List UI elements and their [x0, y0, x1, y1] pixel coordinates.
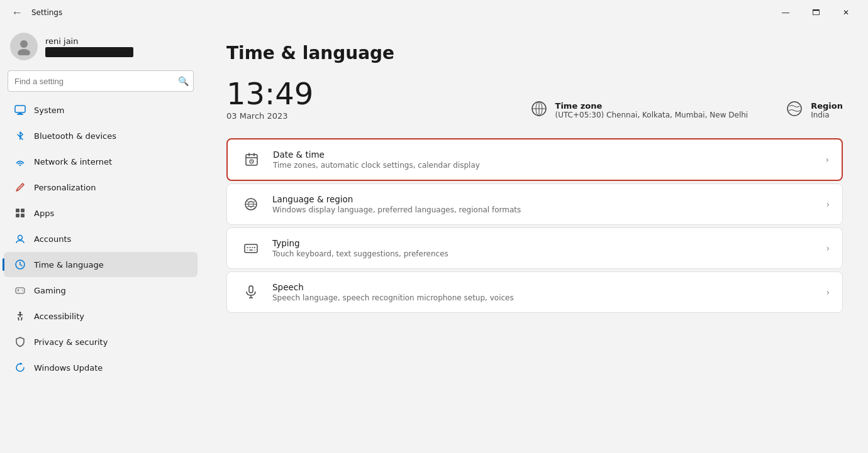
sidebar-label-accounts: Accounts [34, 234, 71, 244]
region-value: India [811, 111, 843, 119]
svg-rect-32 [245, 244, 257, 253]
minimize-button[interactable]: — [771, 4, 800, 21]
sidebar-label-bluetooth: Bluetooth & devices [34, 131, 116, 141]
personalization-icon [14, 181, 26, 194]
language-region-text: Language & region Windows display langua… [272, 194, 826, 214]
card-language-region[interactable]: Language & region Windows display langua… [226, 183, 843, 225]
region-info: Region India [811, 101, 843, 119]
card-speech[interactable]: Speech Speech language, speech recogniti… [226, 271, 843, 313]
clock-section: 13:49 03 March 2023 [226, 79, 505, 121]
sidebar-label-network: Network & internet [34, 157, 112, 166]
clock-time: 13:49 [226, 79, 505, 109]
timezone-label: Time zone [555, 101, 748, 111]
sidebar-label-update: Windows Update [34, 363, 103, 373]
speech-subtitle: Speech language, speech recognition micr… [272, 293, 826, 302]
svg-rect-7 [21, 209, 25, 212]
card-typing[interactable]: Typing Touch keyboard, text suggestions,… [226, 227, 843, 269]
region-section: Region India [786, 100, 843, 121]
timezone-icon [530, 100, 548, 121]
typing-title: Typing [272, 238, 826, 248]
sidebar-label-personalization: Personalization [34, 183, 96, 192]
settings-cards: Date & time Time zones, automatic clock … [226, 138, 843, 313]
page-title: Time & language [226, 43, 843, 63]
speech-title: Speech [272, 282, 826, 292]
svg-point-16 [21, 290, 23, 291]
svg-point-10 [18, 236, 23, 240]
language-region-icon [240, 193, 262, 216]
user-name: reni jain [45, 36, 133, 46]
date-time-text: Date & time Time zones, automatic clock … [273, 150, 825, 170]
clock-date: 03 March 2023 [226, 111, 505, 121]
svg-rect-9 [21, 214, 25, 217]
region-label: Region [811, 101, 843, 111]
update-icon [14, 361, 26, 374]
sidebar-item-network[interactable]: Network & internet [4, 149, 198, 174]
system-icon [14, 104, 26, 116]
user-email-redacted [45, 47, 133, 57]
sidebar-label-system: System [34, 106, 64, 115]
search-input[interactable] [8, 70, 194, 92]
apps-icon [14, 207, 26, 219]
date-time-chevron: › [825, 155, 829, 165]
svg-point-18 [19, 312, 21, 314]
svg-point-17 [23, 290, 24, 292]
region-icon [786, 100, 803, 121]
time-region-bar: 13:49 03 March 2023 Time zone (UTC+05:30… [226, 79, 843, 121]
network-icon [14, 155, 26, 168]
svg-rect-2 [15, 106, 25, 112]
sidebar-item-personalization[interactable]: Personalization [4, 175, 198, 200]
sidebar: reni jain 🔍 System Bluetooth & devices [0, 23, 201, 453]
date-time-subtitle: Time zones, automatic clock settings, ca… [273, 161, 825, 170]
user-section: reni jain [0, 23, 201, 68]
close-button[interactable]: ✕ [832, 4, 860, 21]
window-controls: — 🗖 ✕ [771, 4, 860, 21]
speech-text: Speech Speech language, speech recogniti… [272, 282, 826, 302]
language-region-title: Language & region [272, 194, 826, 204]
typing-chevron: › [826, 243, 830, 253]
accounts-icon [14, 232, 26, 245]
gaming-icon [14, 284, 26, 297]
privacy-icon [14, 336, 26, 348]
language-region-chevron: › [826, 199, 830, 209]
app-body: reni jain 🔍 System Bluetooth & devices [0, 23, 868, 453]
sidebar-item-accessibility[interactable]: Accessibility [4, 303, 198, 329]
search-icon: 🔍 [178, 76, 189, 86]
sidebar-label-gaming: Gaming [34, 286, 66, 295]
timezone-value: (UTC+05:30) Chennai, Kolkata, Mumbai, Ne… [555, 111, 748, 119]
window-title: Settings [31, 8, 62, 17]
bluetooth-icon [14, 129, 26, 142]
svg-rect-8 [16, 214, 19, 217]
speech-icon [240, 281, 262, 303]
date-time-icon [240, 148, 263, 171]
svg-rect-6 [16, 209, 19, 212]
speech-chevron: › [826, 287, 830, 297]
sidebar-item-update[interactable]: Windows Update [4, 355, 198, 380]
sidebar-item-privacy[interactable]: Privacy & security [4, 329, 198, 354]
back-button[interactable]: ← [8, 5, 26, 21]
date-time-title: Date & time [273, 150, 825, 160]
sidebar-label-accessibility: Accessibility [34, 312, 84, 321]
typing-text: Typing Touch keyboard, text suggestions,… [272, 238, 826, 258]
sidebar-item-bluetooth[interactable]: Bluetooth & devices [4, 123, 198, 148]
title-bar: ← Settings — 🗖 ✕ [0, 0, 868, 23]
sidebar-label-time: Time & language [34, 260, 104, 270]
svg-point-1 [18, 49, 30, 55]
svg-point-0 [20, 40, 28, 48]
sidebar-item-system[interactable]: System [4, 97, 198, 123]
main-content: Time & language 13:49 03 March 2023 Time… [201, 23, 868, 453]
accessibility-icon [14, 310, 26, 322]
sidebar-nav: System Bluetooth & devices Network & int… [0, 97, 201, 381]
sidebar-item-apps[interactable]: Apps [4, 200, 198, 226]
sidebar-item-time[interactable]: Time & language [4, 252, 198, 277]
svg-point-25 [787, 102, 801, 116]
maximize-button[interactable]: 🗖 [801, 4, 830, 21]
typing-icon [240, 237, 262, 259]
sidebar-item-gaming[interactable]: Gaming [4, 278, 198, 303]
sidebar-item-accounts[interactable]: Accounts [4, 226, 198, 251]
search-box: 🔍 [8, 70, 194, 92]
card-date-time[interactable]: Date & time Time zones, automatic clock … [226, 138, 843, 181]
language-region-subtitle: Windows display language, preferred lang… [272, 205, 826, 214]
title-bar-left: ← Settings [8, 5, 62, 21]
typing-subtitle: Touch keyboard, text suggestions, prefer… [272, 249, 826, 258]
sidebar-label-privacy: Privacy & security [34, 337, 108, 347]
